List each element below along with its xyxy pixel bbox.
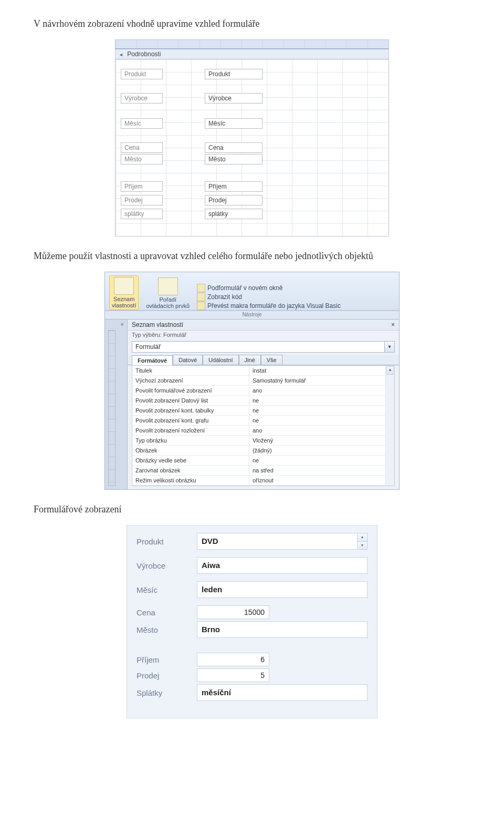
property-value[interactable]: Vložený <box>249 436 394 445</box>
design-label[interactable]: Prodej <box>121 195 163 205</box>
form-label: Splátky <box>136 688 197 697</box>
property-name: Obrázek <box>132 446 249 455</box>
property-row[interactable]: Zarovnat obrázekna střed <box>132 466 394 476</box>
property-row[interactable]: Povolit zobrazení rozloženíano <box>132 426 394 436</box>
form-input[interactable]: 15000 <box>197 605 269 619</box>
property-object-value: Formulář <box>132 343 384 351</box>
vertical-ruler <box>108 330 116 486</box>
property-tab[interactable]: Vše <box>261 355 282 365</box>
property-tab[interactable]: Formátové <box>132 355 173 365</box>
property-value[interactable]: ne <box>249 416 394 425</box>
property-row[interactable]: Typ obrázkuVložený <box>132 436 394 446</box>
property-value[interactable]: Samostatný formulář <box>249 376 394 385</box>
form-input[interactable]: měsíční <box>197 684 368 701</box>
form-input[interactable]: DVD▲▼ <box>197 533 368 550</box>
screenshot-design-view: Podrobnosti ProduktProduktVýrobceVýrobce… <box>115 39 389 236</box>
design-field[interactable]: Výrobce <box>205 93 262 104</box>
design-label[interactable]: Výrobce <box>121 93 163 104</box>
design-grid: ProduktProduktVýrobceVýrobceMěsícMěsícCe… <box>116 59 388 236</box>
ribbon-item-subform[interactable]: Podformulář v novém okně <box>197 284 341 292</box>
chevron-down-icon[interactable]: ▼ <box>384 342 394 352</box>
property-row[interactable]: Obrázky vedle sebene <box>132 456 394 466</box>
form-label: Produkt <box>136 537 197 546</box>
close-icon[interactable]: × <box>121 321 124 327</box>
property-value[interactable]: oříznout <box>249 476 394 485</box>
scrollbar[interactable]: ▲ <box>385 366 394 486</box>
property-row[interactable]: Povolit zobrazení kont. grafune <box>132 416 394 426</box>
form-row: Cena15000 <box>136 605 368 619</box>
ribbon-stack: Podformulář v novém okně Zobrazit kód Př… <box>197 284 341 310</box>
property-object-select[interactable]: Formulář ▼ <box>132 341 395 353</box>
design-field[interactable]: Příjem <box>205 181 262 192</box>
ribbon-item-convert-macros[interactable]: Převést makra formuláře do jazyka Visual… <box>197 302 341 310</box>
property-tab[interactable]: Jiné <box>239 355 261 365</box>
property-row[interactable]: Povolit zobrazení Datový listne <box>132 396 394 406</box>
form-label: Prodej <box>136 671 197 680</box>
scroll-up-icon[interactable]: ▲ <box>386 366 394 375</box>
design-field[interactable]: Město <box>205 154 262 164</box>
code-icon <box>197 293 205 301</box>
property-value[interactable]: ne <box>249 396 394 405</box>
ribbon-item-label: Převést makra formuláře do jazyka Visual… <box>207 302 341 310</box>
form-input[interactable]: 6 <box>197 653 269 666</box>
property-row[interactable]: Titulekinstat <box>132 366 394 376</box>
close-icon[interactable]: × <box>391 321 395 328</box>
design-field[interactable]: Měsíc <box>205 118 262 129</box>
property-value[interactable]: na střed <box>249 466 394 475</box>
property-tabs: FormátovéDatovéUdálostníJinéVše <box>128 355 399 365</box>
property-name: Typ obrázku <box>132 436 249 445</box>
chevron-down-icon[interactable]: ▼ <box>358 542 367 550</box>
design-label[interactable]: Příjem <box>121 181 163 192</box>
ribbon-btn-label: Seznam <box>112 296 136 302</box>
property-sheet-subtitle: Typ výběru: Formulář <box>128 331 399 339</box>
design-field[interactable]: splátky <box>205 209 262 219</box>
form-row: ProduktDVD▲▼ <box>136 533 368 550</box>
design-label[interactable]: Produkt <box>121 69 163 79</box>
form-input[interactable]: Aiwa <box>197 557 368 574</box>
design-field[interactable]: Prodej <box>205 195 262 205</box>
property-value[interactable]: instat <box>249 366 394 375</box>
form-row: Měsícleden <box>136 581 368 598</box>
ribbon-btn-label: ovládacích prvků <box>146 303 190 309</box>
property-row[interactable]: Výchozí zobrazeníSamostatný formulář <box>132 376 394 386</box>
property-name: Obrázky vedle sebe <box>132 456 249 465</box>
property-value[interactable]: ne <box>249 456 394 465</box>
form-row: VýrobceAiwa <box>136 557 368 574</box>
property-row[interactable]: Povolit zobrazení kont. tabulkyne <box>132 406 394 416</box>
form-input[interactable]: 5 <box>197 668 269 682</box>
design-label[interactable]: Město <box>121 154 163 164</box>
form-input[interactable]: leden <box>197 581 368 598</box>
form-row: Příjem6 <box>136 653 368 666</box>
form-label: Město <box>136 625 197 634</box>
tab-order-icon <box>158 277 178 295</box>
property-row[interactable]: Obrázek(žádný) <box>132 446 394 456</box>
ribbon-button-tab-order[interactable]: Pořadí ovládacích prvků <box>144 276 192 310</box>
section-header-bar[interactable]: Podrobnosti <box>116 49 388 59</box>
ribbon-button-property-sheet[interactable]: Seznam vlastností <box>109 275 139 310</box>
property-name: Zarovnat obrázek <box>132 466 249 475</box>
property-row[interactable]: Režim velikosti obrázkuoříznout <box>132 476 394 486</box>
property-name: Povolit zobrazení kont. tabulky <box>132 406 249 415</box>
ribbon-btn-label: vlastností <box>112 302 136 308</box>
property-value[interactable]: ne <box>249 406 394 415</box>
property-name: Povolit formulářové zobrazení <box>132 386 249 395</box>
property-tab[interactable]: Událostní <box>203 355 238 365</box>
property-value[interactable]: ano <box>249 386 394 395</box>
chevron-up-icon[interactable]: ▲ <box>358 533 367 542</box>
ribbon-item-view-code[interactable]: Zobrazit kód <box>197 293 341 301</box>
property-name: Výchozí zobrazení <box>132 376 249 385</box>
paragraph-1: V návrhovém zobrazení vhodně upravíme vz… <box>34 17 470 31</box>
property-value[interactable]: ano <box>249 426 394 435</box>
design-label[interactable]: Měsíc <box>121 118 163 129</box>
form-input[interactable]: Brno <box>197 621 368 638</box>
left-rail: × <box>105 320 128 489</box>
design-label[interactable]: splátky <box>121 209 163 219</box>
spinner[interactable]: ▲▼ <box>357 533 367 549</box>
property-row[interactable]: Povolit formulářové zobrazeníano <box>132 386 394 396</box>
design-label[interactable]: Cena <box>121 142 163 153</box>
design-field[interactable]: Cena <box>205 142 262 153</box>
design-field[interactable]: Produkt <box>205 69 262 79</box>
property-value[interactable]: (žádný) <box>249 446 394 455</box>
property-tab[interactable]: Datové <box>173 355 203 365</box>
ribbon-item-label: Zobrazit kód <box>207 293 242 301</box>
